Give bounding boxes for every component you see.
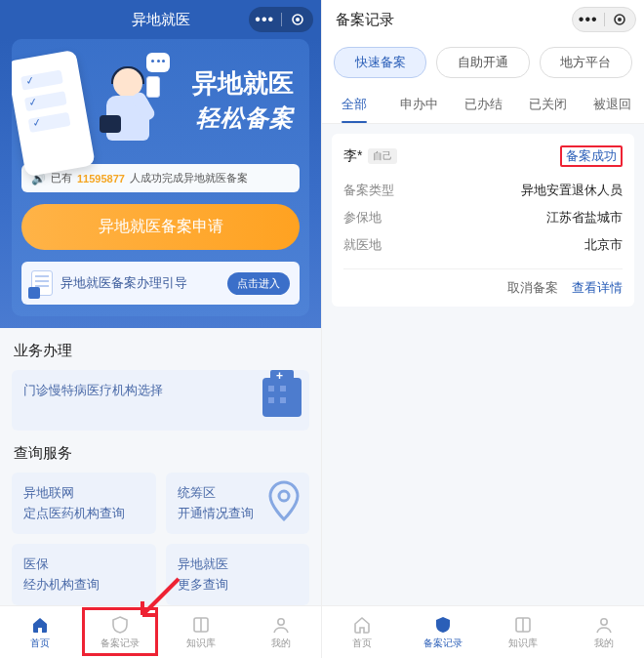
tabbar-left: 首页 备案记录 知识库 我的: [0, 605, 321, 658]
shield-icon: [110, 615, 130, 635]
close-icon[interactable]: [605, 13, 636, 26]
header-title: 备案记录: [336, 11, 394, 29]
book-icon: [513, 615, 533, 635]
user-icon: [271, 615, 291, 635]
record-name: 李*: [343, 147, 362, 165]
right-screen: 备案记录 ••• 快速备案 自助开通 地方平台 全部 申办中 已办结 已关闭 被…: [322, 0, 644, 658]
apply-button[interactable]: 异地就医备案申请: [21, 204, 300, 250]
shield-icon: [433, 615, 453, 635]
tab-mine[interactable]: 我的: [241, 606, 321, 658]
guide-doc-icon: [31, 270, 53, 296]
tabbar-right: 首页 备案记录 知识库 我的: [322, 605, 644, 658]
svg-point-7: [618, 18, 622, 21]
svg-point-10: [601, 618, 607, 624]
svg-point-5: [278, 618, 284, 624]
hero-title-1: 异地就医: [192, 66, 294, 101]
kv-insured: 参保地江苏省盐城市: [343, 204, 623, 231]
book-icon: [191, 615, 211, 635]
hero-title-2: 轻松备案: [192, 103, 294, 134]
tab-rejected[interactable]: 被退回: [580, 86, 644, 123]
close-icon[interactable]: [282, 13, 314, 26]
cancel-link[interactable]: 取消备案: [507, 279, 558, 297]
tab-knowledge[interactable]: 知识库: [483, 606, 564, 658]
more-icon[interactable]: •••: [573, 11, 604, 28]
guide-row[interactable]: 异地就医备案办理引导 点击进入: [21, 262, 300, 305]
stat-count: 11595877: [77, 173, 125, 185]
svg-point-1: [296, 18, 300, 21]
tile-chronic-hospital[interactable]: 门诊慢特病医疗机构选择: [12, 370, 309, 431]
tile-query-2[interactable]: 医保 经办机构查询: [12, 544, 156, 605]
pill-quick[interactable]: 快速备案: [334, 47, 426, 78]
tab-home[interactable]: 首页: [322, 606, 403, 658]
miniprogram-capsule[interactable]: •••: [572, 7, 636, 32]
header: 异地就医 •••: [0, 0, 321, 39]
self-tag: 自己: [368, 148, 397, 164]
record-status: 备案成功: [560, 145, 623, 167]
header: 备案记录 •••: [322, 0, 644, 39]
hero: 异地就医 轻松备案 🔊 已有 11595877 人成功完成异地就医备案 异地就医…: [0, 39, 321, 328]
guide-text: 异地就医备案办理引导: [60, 274, 220, 292]
tab-knowledge[interactable]: 知识库: [161, 606, 241, 658]
tab-processing[interactable]: 申办中: [386, 86, 451, 123]
pill-local[interactable]: 地方平台: [540, 47, 632, 78]
user-icon: [594, 615, 614, 635]
section-title-query: 查询服务: [0, 431, 321, 473]
kv-type: 备案类型异地安置退休人员: [343, 177, 623, 204]
more-icon[interactable]: •••: [249, 11, 281, 28]
home-icon: [30, 615, 50, 635]
header-title: 异地就医: [132, 11, 190, 29]
tab-done[interactable]: 已办结: [451, 86, 515, 123]
pill-self[interactable]: 自助开通: [436, 47, 529, 78]
home-icon: [352, 615, 372, 635]
filter-pills: 快速备案 自助开通 地方平台: [322, 39, 644, 86]
tile-query-1[interactable]: 统筹区 开通情况查询: [166, 473, 310, 534]
tab-mine[interactable]: 我的: [564, 606, 645, 658]
record-card[interactable]: 李* 自己 备案成功 备案类型异地安置退休人员 参保地江苏省盐城市 就医地北京市…: [332, 134, 634, 307]
map-pin-icon: [266, 480, 302, 523]
tab-all[interactable]: 全部: [322, 86, 386, 123]
detail-link[interactable]: 查看详情: [572, 279, 623, 297]
hero-illustration-person: [94, 68, 162, 156]
guide-enter-button[interactable]: 点击进入: [227, 272, 290, 295]
tab-records[interactable]: 备案记录: [80, 606, 160, 658]
hospital-icon: [262, 378, 302, 417]
tab-records[interactable]: 备案记录: [403, 606, 484, 658]
status-tabs: 全部 申办中 已办结 已关闭 被退回: [322, 86, 644, 124]
tile-query-0[interactable]: 异地联网 定点医药机构查询: [12, 473, 156, 534]
hero-card: 异地就医 轻松备案 🔊 已有 11595877 人成功完成异地就医备案 异地就医…: [12, 39, 309, 316]
tab-home[interactable]: 首页: [0, 606, 80, 658]
miniprogram-capsule[interactable]: •••: [249, 7, 313, 32]
tab-closed[interactable]: 已关闭: [515, 86, 580, 123]
section-title-biz: 业务办理: [0, 328, 321, 370]
hero-illustration-phone: [12, 50, 96, 178]
left-screen: 异地就医 ••• 异地就医 轻松备案: [0, 0, 322, 658]
kv-medical: 就医地北京市: [343, 231, 623, 259]
tile-query-3[interactable]: 异地就医 更多查询: [166, 544, 310, 605]
svg-point-2: [279, 491, 289, 501]
